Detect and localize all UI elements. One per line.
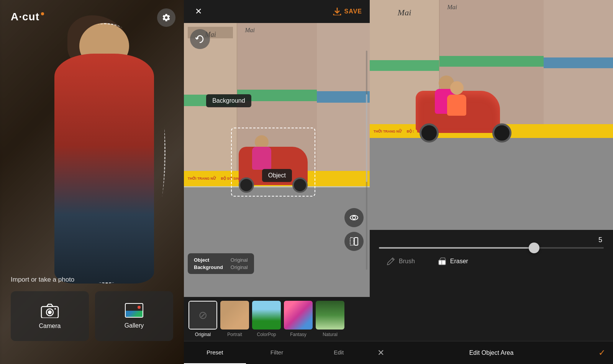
preset-portrait[interactable]: Portrait [220,301,249,337]
logo-dot-accent [41,12,44,15]
preset-natural[interactable]: Natural [316,301,344,337]
left-content: A·cut Import or take a photo Camera [0,0,184,364]
brush-label: Brush [399,258,415,265]
right-side-buttons [344,208,364,251]
logo-text: A·cut [11,11,39,23]
preset-natural-thumb [316,301,344,330]
camera-icon [41,303,59,318]
preset-natural-label: Natural [323,332,338,337]
preset-original-thumb: ⊘ [188,301,217,330]
preset-colorpop-thumb [252,301,281,330]
camera-label: Camera [39,323,61,330]
scooter-group [235,131,311,193]
right-panel: Mai Mai THỜI TRANG NỮ BỘ SƠ SINH - QUẦN … [370,0,613,364]
editor-header: ✕ SAVE [184,0,370,23]
right-bottom-bar: ✕ Edit Object Area ✓ [370,341,613,364]
no-symbol-icon: ⊘ [198,309,207,321]
gallery-button[interactable]: Gallery [95,291,173,341]
right-controls: 5 Brush Eraser [370,230,613,341]
preset-row: ⊘ Original Portrait ColorPop Fantasy [184,297,370,341]
right-shop-sign-2: Mai [447,4,457,11]
gallery-label: Gallery [125,322,144,329]
svg-point-4 [352,216,356,219]
undo-icon [195,34,205,44]
shop-sign-2: Mai [245,27,255,34]
tab-filter-label: Filter [270,349,283,356]
right-building-3 [544,0,613,133]
natural-thumb-img [316,301,344,330]
awning-2 [237,90,316,101]
slider-section: 5 [379,236,604,249]
svg-point-2 [48,310,52,314]
right-scooter-group [412,74,519,143]
portrait-thumb-img [220,301,249,330]
right-road [370,138,613,230]
slider-fill [379,247,536,249]
right-wheel-back [420,123,439,143]
gallery-dot [138,306,141,309]
awning-3 [317,91,370,103]
main-image-area: Mai Mai THỜI TRANG NỮ BỘ SƠ SINH - QUẦN … [184,23,370,297]
save-button[interactable]: SAVE [333,8,362,15]
preset-colorpop[interactable]: ColorPop [252,301,281,337]
svg-rect-9 [439,260,446,265]
svg-line-8 [392,259,393,260]
compare-icon [350,237,358,246]
eraser-button[interactable]: Eraser [430,253,476,269]
save-icon [333,8,341,15]
right-passenger [446,81,467,116]
rider-body [252,147,271,170]
preset-portrait-thumb [220,301,249,330]
right-awning-1 [370,60,439,71]
camera-button[interactable]: Camera [11,291,89,341]
scooter-wheel-back [239,177,254,193]
building-3 [317,23,370,182]
svg-point-3 [54,308,56,310]
right-wheel-front [492,123,511,143]
brush-icon [387,257,395,266]
right-image-area: Mai Mai THỜI TRANG NỮ BỘ SƠ SINH - QUẦN … [370,0,613,230]
background-val: Original [231,264,248,270]
right-street-scene: Mai Mai THỜI TRANG NỮ BỘ SƠ SINH - QUẦN … [370,0,613,230]
building-1: Mai [184,23,237,182]
preset-original[interactable]: ⊘ Original [188,301,217,337]
rider-figure [250,135,273,170]
tab-edit[interactable]: Edit [308,341,370,364]
svg-rect-6 [350,238,354,245]
brush-button[interactable]: Brush [379,253,423,269]
app-logo: A·cut [11,11,44,23]
tab-preset-label: Preset [207,349,223,356]
svg-rect-7 [354,238,358,245]
road [184,187,370,297]
gear-icon [162,13,171,22]
preset-fantasy-label: Fantasy [290,332,306,337]
save-label: SAVE [344,8,362,15]
tab-preset[interactable]: Preset [184,341,246,364]
compare-button[interactable] [344,232,364,251]
object-key: Object [194,257,223,263]
tab-edit-label: Edit [334,349,344,356]
scrollbar[interactable] [366,51,367,270]
slider-thumb[interactable] [529,243,539,253]
cancel-button[interactable]: ✕ [377,348,384,358]
confirm-button[interactable]: ✓ [598,348,605,358]
preset-fantasy[interactable]: Fantasy [284,301,313,337]
preset-original-label: Original [195,332,211,337]
undo-button[interactable] [190,29,210,49]
close-button[interactable]: ✕ [192,5,205,18]
visibility-toggle-button[interactable] [344,208,364,227]
settings-button[interactable] [157,8,175,27]
right-passenger-body [447,95,466,116]
preset-portrait-label: Portrait [227,332,242,337]
preset-fantasy-thumb [284,301,313,330]
awning-1 [184,95,237,106]
eraser-icon [438,257,446,266]
person-figure [43,23,166,284]
slider-track[interactable] [379,247,604,249]
right-passenger-head [450,81,464,95]
middle-panel: ✕ SAVE Mai Mai [184,0,370,364]
preset-colorpop-label: ColorPop [257,332,276,337]
info-bar: Object Original Background Original [188,253,254,274]
tab-filter[interactable]: Filter [246,341,308,364]
eraser-label: Eraser [450,258,468,265]
